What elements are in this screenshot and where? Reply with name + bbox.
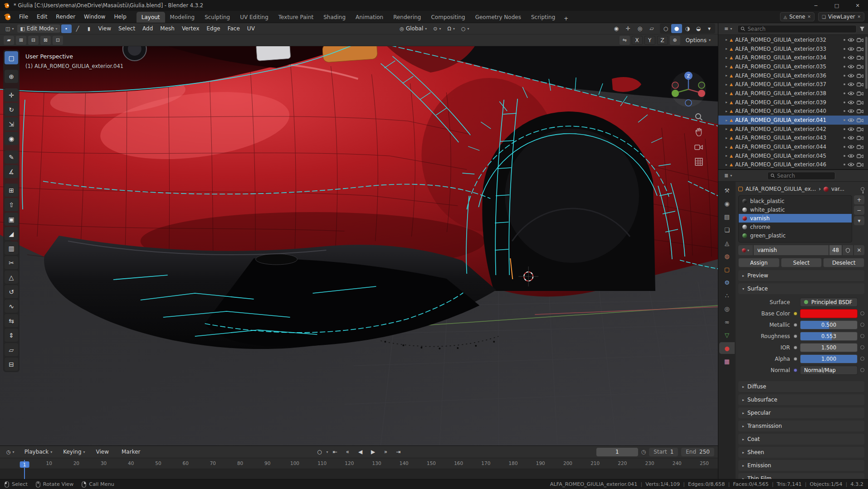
hide-in-viewport-eye-icon[interactable] — [848, 100, 854, 105]
spin-tool-button[interactable]: ↺ — [5, 285, 18, 298]
disable-in-render-camera-icon[interactable] — [857, 100, 863, 105]
editor-type-button[interactable]: ◫ ▾ — [3, 25, 16, 33]
disclosure-icon[interactable]: ▸ — [726, 47, 727, 51]
disclosure-icon[interactable]: ▸ — [726, 154, 727, 158]
hide-in-viewport-eye-icon[interactable] — [848, 82, 854, 87]
outliner-row[interactable]: ▸ ▲ ALFA_ROMEO_GIULIA_exterior.045 — [718, 151, 868, 160]
timeline-menu[interactable]: View — [93, 448, 114, 456]
collapsed-panel-header[interactable]: ▸ Diffuse — [738, 381, 864, 392]
outliner-search-input[interactable] — [748, 26, 853, 32]
fake-user-shield-button[interactable] — [843, 245, 853, 255]
physics-tab[interactable]: ◎ — [719, 303, 735, 315]
breadcrumb-object[interactable]: ALFA_ROMEO_GIULIA_ex... — [746, 186, 816, 192]
transform-tool-button[interactable]: ◉ — [5, 132, 18, 145]
jump-to-start-button[interactable]: ⇤ — [329, 447, 341, 456]
remove-slot-button[interactable]: − — [854, 206, 864, 215]
outliner-row[interactable]: ▸ ▲ ALFA_ROMEO_GIULIA_exterior.043 — [718, 134, 868, 143]
disclosure-icon[interactable]: ▸ — [726, 73, 727, 77]
pin-id-icon[interactable] — [861, 187, 864, 191]
disable-in-render-camera-icon[interactable] — [857, 55, 863, 60]
collapsed-panel-header[interactable]: ▸ Transmission — [738, 421, 864, 431]
hide-in-viewport-eye-icon[interactable] — [848, 118, 854, 122]
viewport-menu[interactable]: Add — [139, 24, 156, 33]
add-cube-tool-button[interactable]: ⊞ — [5, 184, 18, 197]
disclosure-icon[interactable]: ▸ — [726, 127, 727, 131]
hide-in-viewport-eye-icon[interactable] — [848, 55, 854, 60]
animate-decorator-icon[interactable] — [860, 334, 864, 338]
disable-in-render-camera-icon[interactable] — [857, 145, 863, 149]
timeline-playhead[interactable]: 1 — [24, 460, 25, 479]
material-slot-row[interactable]: green_plastic — [739, 231, 852, 240]
assign-button[interactable]: Assign — [738, 258, 780, 267]
disable-in-render-camera-icon[interactable] — [857, 91, 863, 96]
snap-button[interactable]: Ω ▾ — [444, 25, 457, 33]
current-frame-field[interactable]: 1 — [596, 448, 638, 456]
menubar-item[interactable]: Help — [110, 12, 130, 21]
camera-view-icon[interactable] — [694, 142, 703, 151]
wireframe-shading-button[interactable]: ○ — [660, 24, 671, 33]
outliner-row[interactable]: ▸ ▲ ALFA_ROMEO_GIULIA_exterior.042 — [718, 125, 868, 134]
collapsed-panel-header[interactable]: ▸ Specular — [738, 407, 864, 418]
workspace-tab[interactable]: Texture Paint — [273, 12, 318, 23]
disclosure-icon[interactable]: ▸ — [726, 163, 727, 167]
material-slot-row[interactable]: chrome — [739, 223, 852, 231]
normal-map-field[interactable]: Normal/Map — [800, 366, 858, 375]
add-workspace-button[interactable]: + — [560, 15, 572, 23]
metallic-slider[interactable]: 0.500 — [800, 320, 858, 329]
poly-build-tool-button[interactable]: △ — [5, 271, 18, 284]
viewport-menu[interactable]: Edge — [204, 24, 224, 33]
outliner-row[interactable]: ▸ ▲ ALFA_ROMEO_GIULIA_exterior.040 — [718, 107, 868, 116]
frame-start-field[interactable]: Start 1 — [649, 448, 678, 456]
collapsed-panel-header[interactable]: ▸ Sheen — [738, 447, 864, 458]
workspace-tab[interactable]: UV Editing — [235, 12, 273, 23]
slot-specials-button[interactable]: ▾ — [854, 216, 864, 225]
outliner-row[interactable]: ▸ ▲ ALFA_ROMEO_GIULIA_exterior.041 — [718, 116, 868, 125]
texture-tab[interactable]: ▦ — [719, 355, 735, 367]
menubar-item[interactable]: Render — [52, 12, 79, 21]
workspace-tab[interactable]: Scripting — [526, 12, 560, 23]
object-type-visibility-toggle[interactable]: ◉ — [611, 24, 622, 33]
collapsed-panel-header[interactable]: ▸ Thin Film — [738, 473, 864, 479]
modifiers-tab[interactable]: ⚙ — [719, 276, 735, 288]
outliner-row[interactable]: ▸ ▲ ALFA_ROMEO_GIULIA_exterior.039 — [718, 98, 868, 107]
shader-select-field[interactable]: Principled BSDF — [800, 298, 858, 307]
disable-in-render-camera-icon[interactable] — [857, 136, 863, 140]
pivot-point-button[interactable]: ⊙ ▾ — [430, 25, 444, 33]
smooth-tool-button[interactable]: ∿ — [5, 300, 18, 313]
vertex-select-mode-button[interactable]: • — [61, 24, 72, 33]
disclosure-icon[interactable]: ▸ — [726, 145, 727, 149]
next-keyframe-button[interactable]: » — [380, 447, 392, 456]
outliner-row[interactable]: ▸ ▲ ALFA_ROMEO_GIULIA_exterior.035 — [718, 62, 868, 71]
shading-dropdown-icon[interactable]: ▾ — [704, 24, 715, 33]
view-layer-tab[interactable]: ❏ — [719, 224, 735, 236]
transform-orientation-button[interactable]: ◎ Global ▾ — [397, 24, 429, 33]
timeline-ruler[interactable]: 1102030405060708090100110120130140150160… — [0, 458, 718, 469]
disclosure-icon[interactable]: ▸ — [726, 91, 727, 95]
disclosure-icon[interactable]: ▸ — [726, 100, 727, 104]
rip-region-tool-button[interactable]: ⊟ — [5, 358, 18, 371]
disable-in-render-camera-icon[interactable] — [857, 73, 863, 78]
hide-in-viewport-eye-icon[interactable] — [848, 91, 854, 96]
hide-in-viewport-eye-icon[interactable] — [848, 162, 854, 167]
hide-in-viewport-eye-icon[interactable] — [848, 73, 854, 78]
disable-in-render-camera-icon[interactable] — [857, 127, 863, 131]
material-tab[interactable]: ● — [719, 342, 735, 354]
preview-panel-header[interactable]: ▸ Preview — [738, 270, 864, 281]
shear-tool-button[interactable]: ▱ — [5, 343, 18, 356]
edge-slide-tool-button[interactable]: ⇆ — [5, 314, 18, 327]
base-color-swatch[interactable] — [800, 309, 858, 318]
alpha-slider[interactable]: 1.000 — [800, 354, 858, 363]
select-box-tool-button[interactable]: ▢ — [5, 51, 18, 64]
frame-end-field[interactable]: End 250 — [681, 448, 714, 456]
animate-decorator-icon[interactable] — [860, 345, 864, 349]
breadcrumb-material[interactable]: var... — [831, 186, 844, 192]
mirror-axis-button[interactable]: Z — [657, 36, 668, 45]
maximize-button[interactable]: □ — [826, 0, 847, 11]
animate-decorator-icon[interactable] — [860, 368, 864, 372]
viewport-menu[interactable]: Vertex — [179, 24, 203, 33]
object-tab[interactable]: ▢ — [719, 263, 735, 275]
animate-decorator-icon[interactable] — [860, 357, 864, 361]
browse-material-button[interactable]: ▾ — [738, 245, 753, 255]
mirror-axis-button[interactable]: X — [632, 36, 643, 45]
play-button[interactable]: ▶ — [367, 447, 379, 456]
